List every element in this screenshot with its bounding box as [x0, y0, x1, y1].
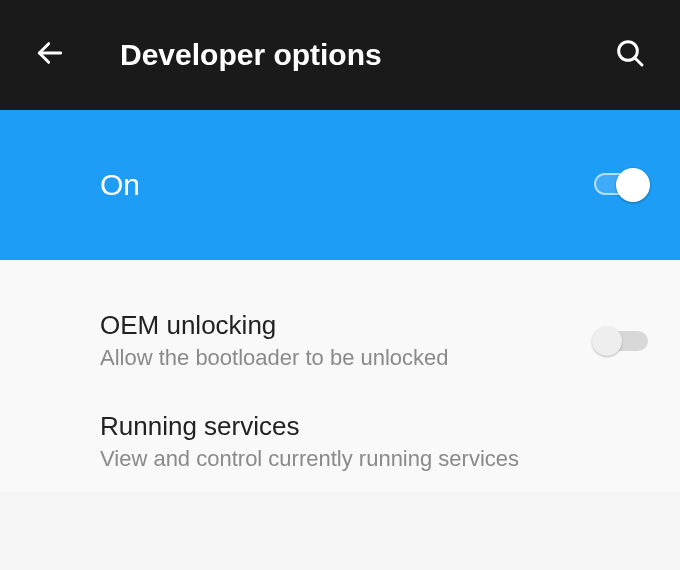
back-button[interactable]: [30, 35, 70, 75]
toggle-knob: [616, 168, 650, 202]
setting-text: OEM unlocking Allow the bootloader to be…: [100, 310, 592, 371]
running-services-title: Running services: [100, 411, 650, 442]
master-toggle-panel[interactable]: On: [0, 110, 680, 260]
search-button[interactable]: [610, 35, 650, 75]
oem-unlocking-item[interactable]: OEM unlocking Allow the bootloader to be…: [0, 290, 680, 391]
setting-text: Running services View and control curren…: [100, 411, 650, 472]
app-header: Developer options: [0, 0, 680, 110]
settings-list: OEM unlocking Allow the bootloader to be…: [0, 260, 680, 492]
master-toggle-label: On: [100, 168, 592, 202]
oem-unlocking-toggle[interactable]: [592, 325, 650, 357]
running-services-item[interactable]: Running services View and control curren…: [0, 391, 680, 492]
back-arrow-icon: [34, 37, 66, 73]
oem-unlocking-subtitle: Allow the bootloader to be unlocked: [100, 345, 592, 371]
oem-unlocking-title: OEM unlocking: [100, 310, 592, 341]
running-services-subtitle: View and control currently running servi…: [100, 446, 650, 472]
master-toggle-switch[interactable]: [592, 169, 650, 201]
svg-line-2: [635, 58, 642, 65]
search-icon: [614, 37, 646, 73]
toggle-knob: [592, 326, 622, 356]
page-title: Developer options: [120, 38, 610, 72]
